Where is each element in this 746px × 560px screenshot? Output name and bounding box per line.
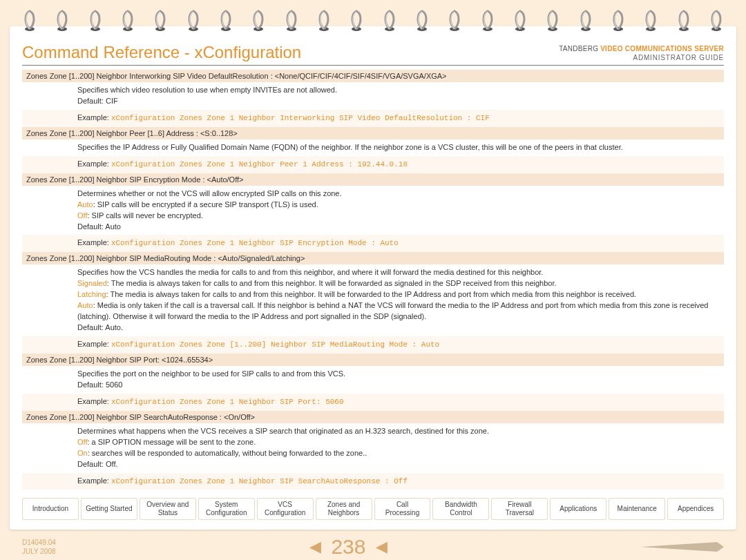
text-segment: Off [77, 438, 87, 446]
nav-label: Neighbors [317, 509, 371, 517]
spiral-binding-icon [153, 8, 168, 33]
spiral-binding-icon [611, 8, 626, 33]
svg-marker-22 [641, 542, 724, 552]
spiral-binding-icon [643, 8, 658, 33]
spiral-binding-icon [120, 8, 135, 33]
command-body: Determines whether or not the VCS will a… [22, 186, 724, 235]
brand-block: TANDBERG VIDEO COMMUNICATIONS SERVER ADM… [559, 44, 724, 62]
command-body: Example: xConfiguration Zones Zone 1 Nei… [22, 110, 724, 127]
text-segment: On [77, 449, 88, 457]
nav-label: Bandwidth [434, 501, 488, 509]
text-segment: xConfiguration Zones Zone 1 Neighbor Pee… [111, 160, 408, 168]
nav-label: System [200, 501, 254, 509]
document-sheet: Command Reference - xConfiguration TANDB… [10, 26, 736, 530]
nav-label: Traversal [492, 509, 546, 517]
nav-tab[interactable]: CallProcessing [374, 498, 431, 520]
pager: ◀ 238 ◀ [56, 535, 641, 559]
command-body: Example: xConfiguration Zones Zone 1 Nei… [22, 473, 724, 490]
text-segment: Example: [77, 340, 111, 348]
text-segment: Off [77, 211, 87, 220]
text-segment: Specifies the IP Address or Fully Qualif… [77, 143, 623, 151]
text-segment: Default: Off. [77, 460, 118, 468]
nav-label: Processing [376, 509, 430, 517]
text-segment: Signaled [77, 279, 107, 287]
command-header: Zones Zone [1..200] Neighbor SIP Port: <… [22, 354, 724, 366]
spiral-binding-icon [55, 8, 70, 33]
brand-product: VIDEO COMMUNICATIONS SERVER [600, 45, 724, 52]
brand-subtitle: ADMINISTRATOR GUIDE [559, 53, 724, 62]
command-body: Specifies how the VCS handles the media … [22, 264, 724, 336]
command-body: Specifies the IP Address or Fully Qualif… [22, 139, 724, 156]
spiral-binding-icon [22, 8, 37, 33]
spiral-binding-icon [316, 8, 332, 33]
nav-label: Applications [551, 505, 605, 513]
nav-label: Firewall [492, 501, 546, 509]
nav-label: Configuration [200, 509, 254, 517]
spiral-binding-icon [88, 8, 103, 33]
text-segment: Default: CIF [77, 97, 118, 105]
spiral-binding-icon [186, 8, 201, 33]
nav-tab[interactable]: BandwidthControl [432, 498, 489, 520]
spiral-binding-icon [414, 8, 430, 33]
nav-tab[interactable]: Overview andStatus [140, 498, 196, 520]
text-segment: Example: [77, 476, 111, 485]
nav-tab[interactable]: VCSConfiguration [257, 498, 314, 520]
text-segment: Determines what happens when the VCS rec… [77, 427, 489, 435]
nav-label: Call [376, 501, 430, 509]
command-body: Specifies which video resolution to use … [22, 82, 724, 110]
arrow-left2-icon[interactable]: ◀ [376, 538, 388, 556]
brand-company: TANDBERG [559, 45, 598, 52]
nav-label: Introduction [23, 505, 77, 513]
nav-tab[interactable]: Maintenance [609, 498, 665, 520]
command-body: Example: xConfiguration Zones Zone 1 Nei… [22, 394, 724, 411]
spiral-binding-icon [480, 8, 495, 33]
text-segment: : a SIP OPTION message will be sent to t… [87, 438, 256, 446]
command-header: Zones Zone [1..200] Neighbor Peer [1..6]… [22, 127, 724, 139]
text-segment: Specifies the port on the neighbor to be… [77, 369, 345, 378]
text-segment: Auto [77, 301, 93, 309]
text-segment: xConfiguration Zones Zone 1 Neighbor SIP… [111, 239, 399, 247]
text-segment: Example: [77, 238, 111, 247]
text-segment: Default: Auto. [77, 323, 123, 331]
spiral-binding-icon [545, 8, 560, 33]
nav-tab[interactable]: Getting Started [81, 498, 137, 520]
page-number: 238 [331, 535, 365, 559]
text-segment: Determines whether or not the VCS will a… [77, 189, 342, 197]
nav-label: Zones and [317, 501, 371, 509]
doc-id: D14049.04 [22, 538, 56, 547]
command-body: Specifies the port on the neighbor to be… [22, 366, 724, 394]
nav-label: Control [434, 509, 488, 517]
spiral-binding-icon [284, 8, 299, 33]
nav-tab[interactable]: Appendices [667, 498, 724, 520]
page-title: Command Reference - xConfiguration [22, 43, 301, 62]
nav-tab[interactable]: SystemConfiguration [198, 498, 255, 520]
text-segment: xConfiguration Zones Zone 1 Neighbor SIP… [111, 477, 408, 485]
text-segment: Specifies which video resolution to use … [77, 86, 337, 94]
text-segment: : SIP calls will be encrypted if a secur… [93, 200, 318, 209]
doc-date: JULY 2008 [22, 547, 56, 556]
spiral-binding-icon [251, 8, 266, 33]
nav-tab[interactable]: FirewallTraversal [491, 498, 548, 520]
nav-tab[interactable]: Zones andNeighbors [316, 498, 372, 520]
command-body: Example: xConfiguration Zones Zone [1..2… [22, 336, 724, 354]
doc-meta: D14049.04 JULY 2008 [22, 538, 56, 556]
command-header: Zones Zone [1..200] Neighbor SIP MediaRo… [22, 252, 724, 264]
command-header: Zones Zone [1..200] Neighbor Interworkin… [22, 70, 724, 82]
arrow-left-icon[interactable]: ◀ [309, 538, 321, 556]
text-segment: xConfiguration Zones Zone 1 Neighbor SIP… [111, 398, 344, 406]
forward-arrow-icon[interactable] [641, 541, 724, 553]
text-segment: : searches will be responded to automati… [88, 449, 367, 457]
spiral-binding-icon [447, 8, 462, 33]
text-segment: Example: [77, 160, 111, 168]
text-segment: : Media is only taken if the call is a t… [77, 301, 708, 320]
spiral-binding-icon [349, 8, 364, 33]
nav-label: Appendices [669, 505, 723, 513]
nav-label: Status [141, 509, 195, 517]
text-segment: Latching [77, 290, 106, 298]
spiral-binding-icon [578, 8, 593, 33]
nav-tab[interactable]: Introduction [22, 498, 79, 520]
nav-tab[interactable]: Applications [550, 498, 606, 520]
text-segment: : The media is always taken for calls to… [106, 290, 637, 298]
command-body: Example: xConfiguration Zones Zone 1 Nei… [22, 235, 724, 252]
text-segment: xConfiguration Zones Zone 1 Neighbor Int… [111, 114, 490, 122]
